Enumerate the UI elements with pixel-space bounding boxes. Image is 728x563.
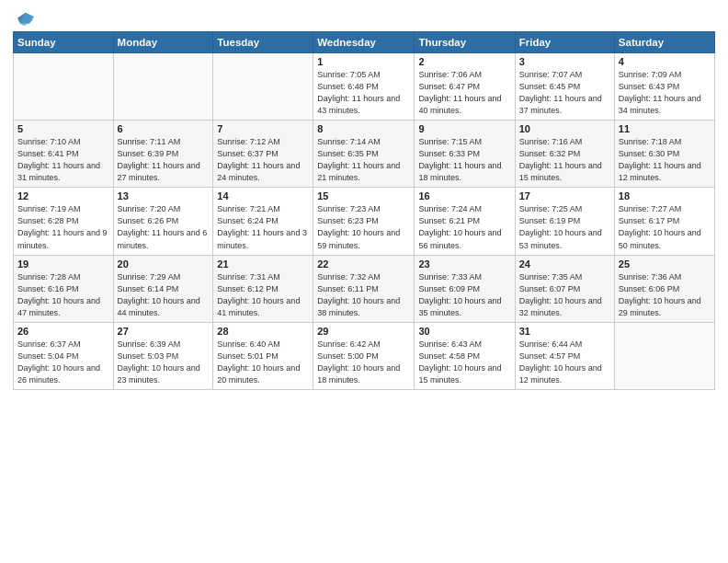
- day-number: 4: [619, 56, 711, 67]
- day-number: 24: [519, 259, 610, 270]
- calendar-cell: 8Sunrise: 7:14 AM Sunset: 6:35 PM Daylig…: [313, 121, 415, 188]
- calendar-cell: 25Sunrise: 7:36 AM Sunset: 6:06 PM Dayli…: [614, 255, 714, 322]
- day-number: 30: [418, 326, 510, 337]
- calendar-cell: 12Sunrise: 7:19 AM Sunset: 6:28 PM Dayli…: [14, 188, 114, 255]
- calendar-cell: 9Sunrise: 7:15 AM Sunset: 6:33 PM Daylig…: [415, 121, 515, 188]
- day-number: 9: [418, 123, 510, 134]
- day-number: 20: [118, 259, 210, 270]
- day-info: Sunrise: 7:12 AM Sunset: 6:37 PM Dayligh…: [217, 136, 309, 184]
- weekday-header-tuesday: Tuesday: [213, 32, 313, 53]
- calendar-cell: 11Sunrise: 7:18 AM Sunset: 6:30 PM Dayli…: [614, 121, 714, 188]
- calendar-cell: 5Sunrise: 7:10 AM Sunset: 6:41 PM Daylig…: [14, 121, 114, 188]
- day-info: Sunrise: 6:42 AM Sunset: 5:00 PM Dayligh…: [317, 339, 410, 386]
- day-info: Sunrise: 7:20 AM Sunset: 6:26 PM Dayligh…: [118, 203, 210, 251]
- day-number: 12: [17, 190, 109, 201]
- day-number: 1: [317, 56, 410, 67]
- calendar-table: SundayMondayTuesdayWednesdayThursdayFrid…: [13, 31, 715, 390]
- weekday-header-sunday: Sunday: [14, 32, 114, 53]
- calendar-cell: 26Sunrise: 6:37 AM Sunset: 5:04 PM Dayli…: [14, 322, 114, 389]
- day-number: 16: [418, 190, 510, 201]
- calendar-cell: 24Sunrise: 7:35 AM Sunset: 6:07 PM Dayli…: [515, 255, 614, 322]
- calendar-cell: 1Sunrise: 7:05 AM Sunset: 6:48 PM Daylig…: [313, 53, 415, 121]
- day-info: Sunrise: 6:40 AM Sunset: 5:01 PM Dayligh…: [217, 339, 309, 386]
- calendar-week-row: 5Sunrise: 7:10 AM Sunset: 6:41 PM Daylig…: [14, 121, 715, 188]
- calendar-week-row: 19Sunrise: 7:28 AM Sunset: 6:16 PM Dayli…: [14, 255, 715, 322]
- calendar-cell: 27Sunrise: 6:39 AM Sunset: 5:03 PM Dayli…: [113, 322, 213, 389]
- calendar-cell: 19Sunrise: 7:28 AM Sunset: 6:16 PM Dayli…: [14, 255, 114, 322]
- day-info: Sunrise: 7:31 AM Sunset: 6:12 PM Dayligh…: [217, 271, 309, 319]
- weekday-header-saturday: Saturday: [614, 32, 714, 53]
- day-info: Sunrise: 6:39 AM Sunset: 5:03 PM Dayligh…: [118, 339, 210, 386]
- calendar-cell: 29Sunrise: 6:42 AM Sunset: 5:00 PM Dayli…: [313, 322, 415, 389]
- day-number: 26: [17, 326, 109, 337]
- day-info: Sunrise: 7:35 AM Sunset: 6:07 PM Dayligh…: [519, 271, 610, 319]
- day-number: 2: [418, 56, 510, 67]
- calendar-cell: 16Sunrise: 7:24 AM Sunset: 6:21 PM Dayli…: [415, 188, 515, 255]
- day-info: Sunrise: 7:14 AM Sunset: 6:35 PM Dayligh…: [317, 136, 410, 184]
- day-number: 22: [317, 259, 410, 270]
- day-number: 11: [619, 123, 711, 134]
- day-info: Sunrise: 7:16 AM Sunset: 6:32 PM Dayligh…: [519, 136, 610, 184]
- day-info: Sunrise: 7:24 AM Sunset: 6:21 PM Dayligh…: [418, 203, 510, 251]
- weekday-header-friday: Friday: [515, 32, 614, 53]
- calendar-cell: 28Sunrise: 6:40 AM Sunset: 5:01 PM Dayli…: [213, 322, 313, 389]
- day-info: Sunrise: 7:10 AM Sunset: 6:41 PM Dayligh…: [17, 136, 109, 184]
- day-number: 15: [317, 190, 410, 201]
- weekday-header-monday: Monday: [113, 32, 213, 53]
- calendar-cell: 7Sunrise: 7:12 AM Sunset: 6:37 PM Daylig…: [213, 121, 313, 188]
- day-info: Sunrise: 7:11 AM Sunset: 6:39 PM Dayligh…: [118, 136, 210, 184]
- day-info: Sunrise: 7:23 AM Sunset: 6:23 PM Dayligh…: [317, 203, 410, 251]
- weekday-header-wednesday: Wednesday: [313, 32, 415, 53]
- svg-marker-1: [20, 13, 34, 27]
- day-number: 19: [17, 259, 109, 270]
- day-number: 18: [619, 190, 711, 201]
- calendar-cell: 20Sunrise: 7:29 AM Sunset: 6:14 PM Dayli…: [113, 255, 213, 322]
- day-info: Sunrise: 7:27 AM Sunset: 6:17 PM Dayligh…: [619, 203, 711, 251]
- header: [13, 9, 715, 26]
- day-info: Sunrise: 7:18 AM Sunset: 6:30 PM Dayligh…: [619, 136, 711, 184]
- calendar-cell: [14, 53, 114, 121]
- day-info: Sunrise: 7:09 AM Sunset: 6:43 PM Dayligh…: [619, 69, 711, 117]
- day-info: Sunrise: 7:33 AM Sunset: 6:09 PM Dayligh…: [418, 271, 510, 319]
- page-container: SundayMondayTuesdayWednesdayThursdayFrid…: [0, 0, 728, 563]
- day-number: 25: [619, 259, 711, 270]
- logo-icon: [15, 9, 35, 29]
- calendar-week-row: 12Sunrise: 7:19 AM Sunset: 6:28 PM Dayli…: [14, 188, 715, 255]
- calendar-week-row: 26Sunrise: 6:37 AM Sunset: 5:04 PM Dayli…: [14, 322, 715, 389]
- day-number: 14: [217, 190, 309, 201]
- calendar-cell: [113, 53, 213, 121]
- calendar-cell: 21Sunrise: 7:31 AM Sunset: 6:12 PM Dayli…: [213, 255, 313, 322]
- day-info: Sunrise: 7:29 AM Sunset: 6:14 PM Dayligh…: [118, 271, 210, 319]
- calendar-cell: 30Sunrise: 6:43 AM Sunset: 4:58 PM Dayli…: [415, 322, 515, 389]
- day-number: 6: [118, 123, 210, 134]
- calendar-cell: 2Sunrise: 7:06 AM Sunset: 6:47 PM Daylig…: [415, 53, 515, 121]
- day-info: Sunrise: 7:07 AM Sunset: 6:45 PM Dayligh…: [519, 69, 610, 117]
- calendar-week-row: 1Sunrise: 7:05 AM Sunset: 6:48 PM Daylig…: [14, 53, 715, 121]
- day-number: 3: [519, 56, 610, 67]
- calendar-cell: 10Sunrise: 7:16 AM Sunset: 6:32 PM Dayli…: [515, 121, 614, 188]
- logo: [13, 9, 35, 26]
- calendar-cell: 6Sunrise: 7:11 AM Sunset: 6:39 PM Daylig…: [113, 121, 213, 188]
- day-number: 21: [217, 259, 309, 270]
- day-info: Sunrise: 7:05 AM Sunset: 6:48 PM Dayligh…: [317, 69, 410, 117]
- day-info: Sunrise: 6:44 AM Sunset: 4:57 PM Dayligh…: [519, 339, 610, 386]
- day-info: Sunrise: 6:43 AM Sunset: 4:58 PM Dayligh…: [418, 339, 510, 386]
- day-info: Sunrise: 7:25 AM Sunset: 6:19 PM Dayligh…: [519, 203, 610, 251]
- calendar-cell: 3Sunrise: 7:07 AM Sunset: 6:45 PM Daylig…: [515, 53, 614, 121]
- day-info: Sunrise: 7:15 AM Sunset: 6:33 PM Dayligh…: [418, 136, 510, 184]
- day-info: Sunrise: 7:21 AM Sunset: 6:24 PM Dayligh…: [217, 203, 309, 251]
- calendar-cell: 22Sunrise: 7:32 AM Sunset: 6:11 PM Dayli…: [313, 255, 415, 322]
- day-info: Sunrise: 7:36 AM Sunset: 6:06 PM Dayligh…: [619, 271, 711, 319]
- day-number: 8: [317, 123, 410, 134]
- calendar-cell: 14Sunrise: 7:21 AM Sunset: 6:24 PM Dayli…: [213, 188, 313, 255]
- calendar-cell: [614, 322, 714, 389]
- day-number: 7: [217, 123, 309, 134]
- day-number: 10: [519, 123, 610, 134]
- day-number: 31: [519, 326, 610, 337]
- calendar-cell: 18Sunrise: 7:27 AM Sunset: 6:17 PM Dayli…: [614, 188, 714, 255]
- day-number: 29: [317, 326, 410, 337]
- day-info: Sunrise: 7:28 AM Sunset: 6:16 PM Dayligh…: [17, 271, 109, 319]
- calendar-cell: 13Sunrise: 7:20 AM Sunset: 6:26 PM Dayli…: [113, 188, 213, 255]
- day-number: 13: [118, 190, 210, 201]
- calendar-cell: 23Sunrise: 7:33 AM Sunset: 6:09 PM Dayli…: [415, 255, 515, 322]
